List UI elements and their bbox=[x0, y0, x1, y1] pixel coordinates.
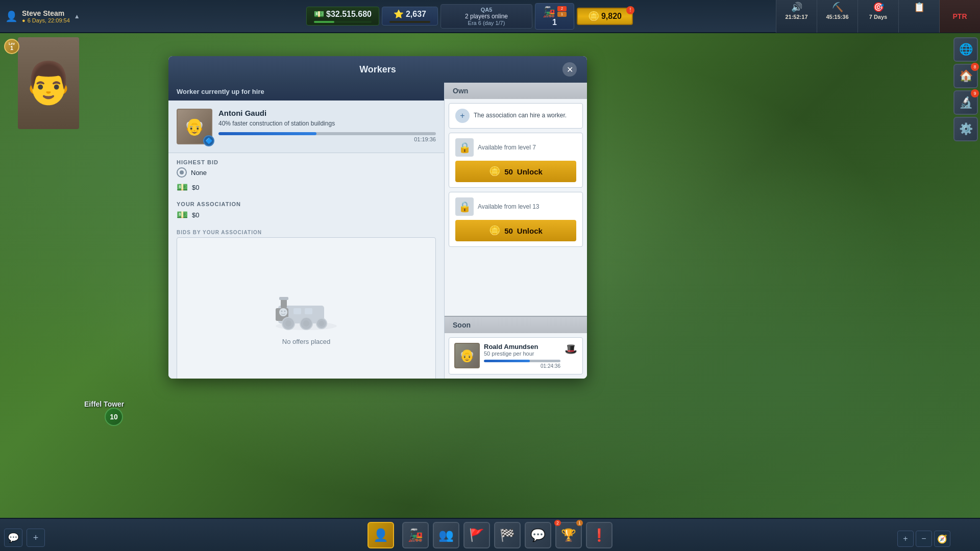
timer-panel-2: ⛏️ 45:15:36 bbox=[817, 0, 857, 33]
own-content: + The association can hire a worker. 🔒 A… bbox=[445, 99, 587, 316]
settings-btn[interactable]: ⚙️ bbox=[953, 117, 978, 141]
timer-panel-3: 🎯 7 Days bbox=[857, 0, 898, 33]
race-btn[interactable]: 🏁 bbox=[494, 522, 521, 548]
workers-icon: 👥 bbox=[438, 528, 454, 542]
research-btn[interactable]: 🔬 9 bbox=[953, 90, 978, 115]
city-btn[interactable]: 🏠 8 bbox=[953, 64, 978, 88]
worker-card: 👴 🔷 Antoni Gaudi 40% faster construction… bbox=[168, 101, 444, 153]
workers-btn[interactable]: 👥 bbox=[433, 522, 459, 548]
assoc-money-value: $0 bbox=[192, 211, 199, 219]
highest-bid-value: None bbox=[191, 169, 207, 177]
worker-portrait: 👴 🔷 bbox=[177, 109, 212, 144]
modal-right-panel: Own + The association can hire a worker.… bbox=[444, 83, 587, 379]
soon-worker-desc: 50 prestige per hour bbox=[484, 350, 560, 357]
modal-left-panel: Worker currently up for hire 👴 🔷 Antoni … bbox=[168, 83, 444, 379]
worker-timer: 01:19:36 bbox=[218, 136, 436, 142]
locked-level-text-2: Available from level 13 bbox=[478, 203, 540, 210]
player-portrait-btn[interactable]: 👤 bbox=[368, 522, 394, 548]
train-illustration bbox=[268, 283, 345, 334]
settings-icon: ⚙️ bbox=[959, 122, 973, 136]
no-offers-text: No offers placed bbox=[282, 338, 330, 345]
worker-type-badge: 🔷 bbox=[203, 135, 214, 146]
gold-stat: ! 🪙 9,820 bbox=[577, 8, 633, 25]
hire-info-text: The association can hire a worker. bbox=[474, 112, 567, 120]
map-btn[interactable]: 🌐 bbox=[953, 37, 978, 62]
trophy-badge-1: 2 bbox=[554, 520, 561, 526]
unlock-button-2[interactable]: 🪙 50 Unlock bbox=[455, 220, 576, 241]
lock-icon-1: 🔒 bbox=[455, 138, 474, 157]
speech-bubble-btn[interactable]: 💬 bbox=[4, 529, 22, 547]
money-bag-icon: 💵 bbox=[177, 182, 188, 193]
unlock-cost-2: 50 bbox=[504, 227, 513, 235]
locked-slot-2: 🔒 Available from level 13 🪙 50 Unlock bbox=[449, 192, 583, 247]
speaker-icon: 🔊 bbox=[791, 2, 802, 13]
train-stat: 🚂 2 1 1 bbox=[535, 3, 574, 30]
locked-slot-1-header: 🔒 Available from level 7 bbox=[455, 138, 576, 157]
expand-icon[interactable]: ▲ bbox=[74, 13, 80, 20]
highest-bid-money: $0 bbox=[192, 184, 199, 191]
locked-level-text-1: Available from level 7 bbox=[478, 144, 536, 151]
bottom-bar: 👤 🚂 👥 🚩 🏁 💬 🏆 2 1 ❗ bbox=[0, 518, 980, 551]
flags-btn[interactable]: 🚩 bbox=[463, 522, 490, 548]
alert-btn[interactable]: ❗ bbox=[586, 522, 612, 548]
modal-title: Workers bbox=[193, 64, 562, 75]
hardhat-icon: ⛏️ bbox=[832, 2, 843, 13]
soon-worker-name: Roald Amundsen bbox=[484, 343, 560, 350]
unlock-button-1[interactable]: 🪙 50 Unlock bbox=[455, 161, 576, 182]
era-label: Era 6 (day 1/7) bbox=[468, 20, 505, 26]
bid-panel: HIGHEST BID None 💵 $0 YOUR ASSOCIATION 💵… bbox=[168, 153, 444, 379]
assoc-bids-header: BIDS BY YOUR ASSOCIATION bbox=[177, 227, 436, 237]
chat-icons-area: 💬 + bbox=[4, 529, 45, 547]
globe-icon: 🌐 bbox=[959, 43, 973, 56]
qa-label: QA5 bbox=[481, 7, 493, 13]
trophy-icon: 🏆 bbox=[561, 528, 576, 542]
svg-rect-11 bbox=[293, 308, 301, 314]
soon-header: Soon bbox=[445, 316, 587, 333]
soon-worker-card: 👴 Roald Amundsen 50 prestige per hour 01… bbox=[449, 337, 583, 374]
coin-icon-2: 🪙 bbox=[489, 225, 500, 236]
zoom-in-btn[interactable]: + bbox=[897, 531, 914, 547]
player-portrait: 👨 bbox=[18, 37, 79, 129]
chat-btn[interactable]: 💬 bbox=[525, 522, 551, 548]
highest-bid-money-row: 💵 $0 bbox=[177, 182, 436, 193]
highest-bid-label: HIGHEST BID bbox=[177, 159, 436, 165]
clipboard-icon: 📋 bbox=[914, 2, 925, 13]
flags-icon: 🚩 bbox=[469, 528, 484, 542]
svg-point-13 bbox=[279, 308, 287, 316]
city-icon: 🏠 bbox=[959, 69, 973, 83]
worker-description: 40% faster construction of station build… bbox=[218, 119, 436, 128]
svg-point-6 bbox=[285, 320, 291, 327]
train-count: 1 bbox=[552, 18, 557, 27]
map-level-badge: 10 bbox=[105, 408, 123, 426]
soon-timer-fill bbox=[484, 360, 530, 362]
player-info: Steve Steam ● 6 Days, 22:09:54 bbox=[22, 9, 70, 23]
zoom-out-btn[interactable]: − bbox=[916, 531, 932, 547]
soon-timer: 01:24:36 bbox=[484, 363, 560, 369]
compass-btn[interactable]: 🧭 bbox=[934, 531, 950, 547]
train-icon: 🚂 bbox=[408, 528, 423, 542]
svg-point-15 bbox=[284, 310, 286, 312]
soon-worker-portrait: 👴 bbox=[454, 343, 480, 368]
train-btn[interactable]: 🚂 bbox=[402, 522, 429, 548]
plus-btn[interactable]: + bbox=[27, 529, 45, 547]
alert-icon: ❗ bbox=[592, 528, 607, 542]
stars-stat: ⭐ 2,637 bbox=[382, 7, 438, 26]
close-button[interactable]: ✕ bbox=[562, 62, 577, 77]
svg-rect-4 bbox=[279, 297, 288, 300]
chat-icon: 💬 bbox=[530, 528, 546, 542]
trophy-btn[interactable]: 🏆 2 1 bbox=[555, 522, 582, 548]
timer-panels: 🔊 21:52:17 ⛏️ 45:15:36 🎯 7 Days 📋 PTR bbox=[776, 0, 980, 33]
your-association-label: YOUR ASSOCIATION bbox=[177, 201, 436, 207]
player-avatar-icon: 👤 bbox=[5, 10, 18, 22]
worker-timer-fill bbox=[218, 132, 316, 135]
svg-rect-12 bbox=[305, 308, 312, 314]
top-bar-center: 💵 $32.515.680 ⭐ 2,637 QA5 2 players onli… bbox=[163, 3, 776, 30]
eiffel-tower-label: Eiffel Tower bbox=[84, 400, 124, 408]
own-header: Own bbox=[445, 83, 587, 99]
ptr-label: PTR bbox=[953, 12, 967, 20]
player-name: Steve Steam bbox=[22, 9, 70, 17]
soon-worker-info: Roald Amundsen 50 prestige per hour 01:2… bbox=[484, 343, 560, 369]
player-avatar-area: Lev 1 👨 bbox=[0, 35, 82, 137]
svg-point-10 bbox=[319, 321, 324, 326]
player-info-area: 👤 Steve Steam ● 6 Days, 22:09:54 ▲ bbox=[0, 9, 163, 23]
